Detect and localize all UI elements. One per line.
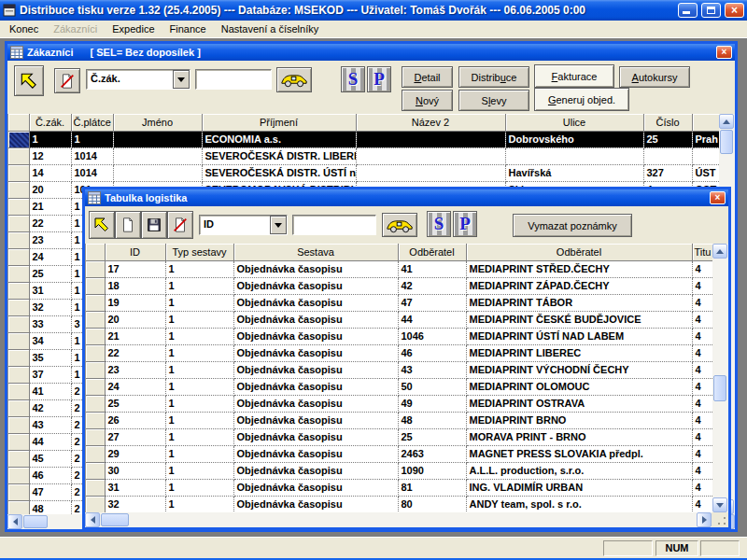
cell[interactable]: Objednávka časopisu	[233, 277, 398, 294]
fakturace-button[interactable]: Fakturace	[534, 64, 614, 88]
row-selector[interactable]	[8, 131, 29, 147]
clear-notes-button[interactable]: Vymazat poznámky	[513, 214, 632, 237]
cell[interactable]: 31	[105, 479, 165, 496]
cell[interactable]: 23	[29, 231, 71, 248]
row-selector[interactable]	[86, 311, 105, 328]
cell[interactable]: ING. VLADIMÍR URBAN	[466, 479, 692, 496]
cell[interactable]: Objednávka časopisu	[233, 428, 398, 445]
cell[interactable]: 42	[398, 277, 466, 294]
cell[interactable]: 4	[692, 378, 712, 395]
cell[interactable]: 1014	[71, 147, 113, 164]
cell[interactable]: 34	[29, 332, 71, 349]
logistics-titlebar[interactable]: Tabulka logistika	[85, 189, 728, 206]
row-selector[interactable]	[86, 361, 105, 378]
cell[interactable]: Objednávka časopisu	[233, 395, 398, 412]
cell[interactable]: 4	[692, 462, 712, 479]
cell[interactable]: Objednávka časopisu	[233, 462, 398, 479]
column-header[interactable]: Jméno	[113, 114, 202, 131]
column-header[interactable]: Typ sestavy	[165, 244, 233, 260]
scroll-thumb[interactable]	[720, 130, 733, 154]
cell[interactable]: 4	[692, 311, 712, 328]
cell[interactable]: 42	[29, 399, 71, 416]
cell[interactable]: 31	[29, 282, 71, 299]
scroll-right-button[interactable]	[697, 512, 712, 527]
cell[interactable]: 41	[398, 260, 466, 277]
generuj-objed-button[interactable]: Generuj objed.	[534, 88, 629, 111]
scroll-thumb[interactable]	[713, 375, 726, 401]
cell[interactable]: MEDIAPRINT OLOMOUC	[466, 378, 692, 395]
cell[interactable]: Prah	[692, 131, 719, 147]
scroll-thumb[interactable]	[23, 515, 48, 528]
cell[interactable]: 1	[165, 277, 233, 294]
cell[interactable]: MEDIAPRINT LIBEREC	[466, 344, 692, 361]
chevron-down-icon[interactable]	[173, 70, 190, 89]
row-selector[interactable]	[86, 378, 105, 395]
cell[interactable]: Objednávka časopisu	[233, 412, 398, 428]
cell[interactable]: Objednávka časopisu	[233, 361, 398, 378]
row-selector[interactable]	[8, 366, 29, 383]
cell[interactable]: 27	[105, 428, 165, 445]
search-field-combobox[interactable]: ID	[199, 215, 288, 235]
cell[interactable]	[113, 147, 202, 164]
row-selector[interactable]	[86, 479, 105, 496]
main-titlebar[interactable]: Distribuce tisku verze 1.32 (25.4.2005) …	[0, 0, 747, 21]
cell[interactable]: 47	[29, 483, 71, 500]
cell[interactable]: ANDY team, spol. s r.o.	[466, 496, 692, 512]
cell[interactable]: MEDIAPRINT BRNO	[466, 412, 692, 428]
cell[interactable]: 4	[692, 479, 712, 496]
search-input[interactable]	[292, 215, 376, 235]
cell[interactable]: 49	[398, 395, 466, 412]
row-selector[interactable]	[86, 428, 105, 445]
cell[interactable]: 30	[105, 462, 165, 479]
column-header[interactable]: Ulice	[505, 114, 643, 131]
cell[interactable]: MEDIAPRINT ZÁPAD.ČECHY	[466, 277, 692, 294]
cell[interactable]	[505, 147, 643, 164]
cell[interactable]	[356, 131, 505, 147]
cell[interactable]: 46	[29, 467, 71, 483]
search-field-combobox[interactable]: Č.zák.	[86, 69, 190, 90]
menu-expedice[interactable]: Expedice	[105, 21, 162, 36]
cell[interactable]: 1	[165, 311, 233, 328]
scroll-thumb[interactable]	[101, 513, 129, 526]
cell[interactable]: 33	[29, 315, 71, 332]
new-record-button[interactable]	[115, 211, 141, 239]
cell[interactable]: 4	[692, 277, 712, 294]
cell[interactable]	[356, 147, 505, 164]
cell[interactable]: MORAVA PRINT - BRNO	[466, 428, 692, 445]
cell[interactable]: 29	[105, 445, 165, 462]
cell[interactable]: MEDIAPRINT ÚSTÍ NAD LABEM	[466, 328, 692, 344]
cell[interactable]: 1	[165, 328, 233, 344]
logistics-horizontal-scrollbar[interactable]	[85, 512, 728, 527]
row-selector[interactable]	[8, 433, 29, 450]
cell[interactable]: 12	[29, 147, 71, 164]
cell[interactable]: 21	[105, 328, 165, 344]
cell[interactable]: 4	[692, 361, 712, 378]
cell[interactable]: Objednávka časopisu	[233, 479, 398, 496]
column-header[interactable]	[692, 114, 719, 131]
cell[interactable]: 4	[692, 294, 712, 311]
cell[interactable]: A.L.L. production, s.r.o.	[466, 462, 692, 479]
menu-konec[interactable]: Konec	[2, 21, 46, 36]
cell[interactable]: 4	[692, 260, 712, 277]
cell[interactable]: MEDIAPRINT OSTRAVA	[466, 395, 692, 412]
row-selector-header[interactable]	[86, 244, 105, 260]
row-selector[interactable]	[8, 450, 29, 467]
row-selector[interactable]	[86, 445, 105, 462]
row-selector[interactable]	[8, 231, 29, 248]
row-selector[interactable]	[8, 181, 29, 198]
scroll-left-button[interactable]	[7, 514, 22, 529]
column-header[interactable]: Sestava	[233, 244, 398, 260]
restore-button[interactable]	[701, 3, 721, 18]
scroll-left-button[interactable]	[85, 512, 100, 527]
s-button[interactable]: S	[341, 66, 365, 92]
cell[interactable]: 20	[29, 181, 71, 198]
cell[interactable]: 32	[29, 299, 71, 315]
cell[interactable]: 45	[29, 450, 71, 467]
select-record-button[interactable]	[14, 65, 44, 96]
cell[interactable]: 44	[398, 311, 466, 328]
chevron-down-icon[interactable]	[270, 216, 287, 234]
go-search-button[interactable]	[382, 213, 417, 237]
cell[interactable]: 35	[29, 349, 71, 366]
cell[interactable]: MEDIAPRINT ČESKÉ BUDĚJOVICE	[466, 311, 692, 328]
cell[interactable]: SEVEROČESKÁ DISTR. ÚSTÍ n/	[202, 164, 356, 181]
